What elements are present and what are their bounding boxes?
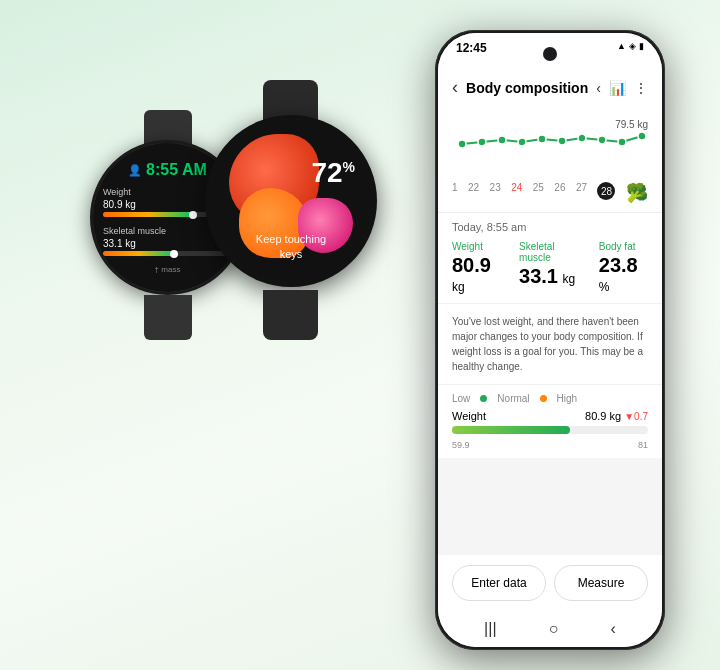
chart-date-28: 28 (597, 182, 615, 200)
legend-normal-dot (480, 395, 487, 402)
measure-button[interactable]: Measure (554, 565, 648, 601)
chart-avatar-icon: 🥦 (626, 182, 648, 204)
legend-row: Low Normal High (452, 393, 648, 404)
watch-front-body: 72% Keep touching keys (205, 115, 377, 287)
metric-bodyfat: Body fat 23.8 % (599, 241, 648, 295)
legend-high-label: High (557, 393, 578, 404)
watch-back-mass-label: † mass (155, 265, 181, 274)
legend-section: Low Normal High Weight 80.9 kg ▼0.7 59.9… (438, 385, 662, 458)
marker-low: 59.9 (452, 440, 470, 450)
chart-date-23: 23 (490, 182, 501, 204)
watch-back-strap-bottom (144, 295, 192, 340)
weight-detail-row: Weight 80.9 kg ▼0.7 (452, 410, 648, 422)
muscle-bar-dot (170, 250, 178, 258)
bottom-nav: ||| ○ ‹ (438, 611, 662, 647)
phone-header: ‹ Body composition ‹ 📊 ⋮ (438, 73, 662, 106)
watches-container: 👤 8:55 AM Weight ▼0.7 80.9 kg (30, 80, 400, 340)
signal-icon: ▲ (617, 41, 626, 51)
metric-weight: Weight 80.9 kg (452, 241, 503, 295)
weight-bar-fill-detail (452, 426, 570, 434)
chart-icon[interactable]: 📊 (609, 80, 626, 96)
legend-high-dot (540, 395, 547, 402)
weight-bar-markers: 59.9 81 (452, 440, 648, 450)
nav-menu-icon[interactable]: ||| (484, 620, 496, 638)
chart-date-25: 25 (533, 182, 544, 204)
weight-bar-fill (103, 212, 193, 217)
legend-normal-label: Normal (497, 393, 529, 404)
chart-date-24: 24 (511, 182, 522, 204)
metrics-timestamp: Today, 8:55 am (452, 221, 648, 233)
weight-detail-value: 80.9 kg ▼0.7 (585, 410, 648, 422)
svg-point-7 (598, 136, 606, 144)
svg-point-8 (618, 138, 626, 146)
phone-outer: 12:45 ▲ ◈ ▮ ‹ Body composition ‹ 📊 ⋮ (435, 30, 665, 650)
svg-point-6 (578, 134, 586, 142)
nav-home-icon[interactable]: ○ (549, 620, 559, 638)
enter-data-button[interactable]: Enter data (452, 565, 546, 601)
description-section: You've lost weight, and there haven't be… (438, 304, 662, 385)
header-icons: ‹ 📊 ⋮ (596, 80, 648, 96)
metrics-section: Today, 8:55 am Weight 80.9 kg Skeletal m… (438, 213, 662, 304)
chart-date-22: 22 (468, 182, 479, 204)
svg-point-2 (498, 136, 506, 144)
chart-area: 79.5 kg (438, 106, 662, 213)
chart-dates: 1 22 23 24 25 26 27 28 🥦 (452, 178, 648, 204)
legend-low-label: Low (452, 393, 470, 404)
chart-date-27: 27 (576, 182, 587, 204)
watch-back-time: 👤 8:55 AM (128, 161, 207, 179)
weight-bar-dot (189, 211, 197, 219)
metric-muscle: Skeletal muscle 33.1 kg (519, 241, 583, 288)
status-time: 12:45 (456, 41, 487, 55)
back-button[interactable]: ‹ (452, 77, 458, 98)
watch-label: Keep touching keys (256, 232, 326, 261)
watch-front: 72% Keep touching keys (205, 80, 400, 340)
weight-bar-container (452, 426, 648, 434)
svg-point-4 (538, 135, 546, 143)
marker-high: 81 (638, 440, 648, 450)
description-text: You've lost weight, and there haven't be… (452, 314, 648, 374)
phone-container: 12:45 ▲ ◈ ▮ ‹ Body composition ‹ 📊 ⋮ (435, 30, 665, 650)
share-icon[interactable]: ‹ (596, 80, 601, 96)
battery-icon: ▮ (639, 41, 644, 51)
svg-point-1 (478, 138, 486, 146)
svg-point-9 (638, 132, 646, 140)
more-icon[interactable]: ⋮ (634, 80, 648, 96)
chart-date-1: 1 (452, 182, 458, 204)
chart-weight-label: 79.5 kg (615, 119, 648, 130)
bottom-buttons: Enter data Measure (438, 555, 662, 611)
phone-screen: 12:45 ▲ ◈ ▮ ‹ Body composition ‹ 📊 ⋮ (438, 33, 662, 647)
phone-notch (543, 47, 557, 61)
svg-point-0 (458, 140, 466, 148)
header-title: Body composition (466, 80, 588, 96)
watch-percentage: 72% (311, 157, 355, 189)
watch-face-front: 72% Keep touching keys (209, 119, 373, 283)
chart-container: 79.5 kg (452, 114, 648, 174)
svg-point-5 (558, 137, 566, 145)
svg-point-3 (518, 138, 526, 146)
watch-front-strap-bottom (263, 290, 318, 340)
nav-back-icon[interactable]: ‹ (611, 620, 616, 638)
metrics-row: Weight 80.9 kg Skeletal muscle 33.1 kg B… (452, 241, 648, 295)
muscle-bar-fill (103, 251, 174, 256)
status-icons: ▲ ◈ ▮ (617, 41, 644, 51)
weight-detail-label: Weight (452, 410, 486, 422)
chart-date-26: 26 (554, 182, 565, 204)
wifi-icon: ◈ (629, 41, 636, 51)
